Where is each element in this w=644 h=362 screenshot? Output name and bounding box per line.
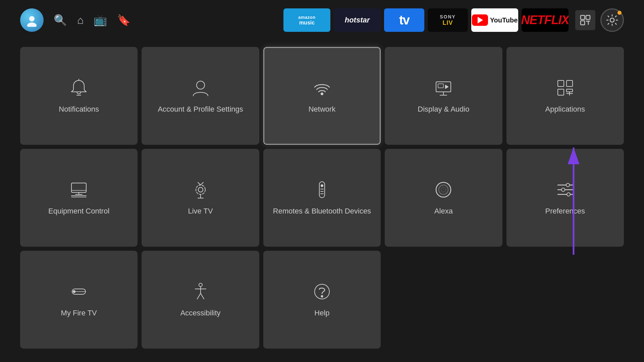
svg-rect-24 xyxy=(71,183,86,192)
bell-icon xyxy=(69,78,89,98)
applications-label: Applications xyxy=(545,105,585,114)
svg-rect-18 xyxy=(558,80,564,86)
monitor-speaker-icon xyxy=(433,78,453,98)
question-icon xyxy=(312,282,332,302)
user-avatar[interactable] xyxy=(20,8,44,32)
svg-point-51 xyxy=(199,283,202,287)
remotes-tile[interactable]: Remotes & Bluetooth Devices xyxy=(263,149,381,247)
svg-point-43 xyxy=(566,183,570,187)
preferences-tile[interactable]: Preferences xyxy=(506,149,624,247)
home-icon[interactable]: ⌂ xyxy=(77,14,84,26)
netflix-tile[interactable]: NETFLIX xyxy=(522,8,569,32)
svg-rect-2 xyxy=(581,15,585,19)
help-label: Help xyxy=(314,308,329,318)
bookmark-icon[interactable]: 🔖 xyxy=(117,14,130,26)
svg-point-11 xyxy=(321,93,323,95)
wifi-icon xyxy=(312,78,332,98)
main-content: Notifications Account & Profile Settings xyxy=(0,40,644,355)
monitor-desk-icon xyxy=(69,180,89,200)
tvplus-label: tv xyxy=(399,13,409,27)
nav-left: 🔍 ⌂ 📺 🔖 xyxy=(20,8,130,32)
svg-point-55 xyxy=(321,295,323,297)
svg-rect-20 xyxy=(558,89,564,95)
settings-grid-wrapper: Notifications Account & Profile Settings xyxy=(20,47,624,349)
notifications-label: Notifications xyxy=(59,105,99,114)
youtube-tile[interactable]: YouTube xyxy=(471,8,518,32)
accessibility-label: Accessibility xyxy=(180,308,221,318)
svg-rect-3 xyxy=(586,15,590,19)
svg-point-10 xyxy=(197,81,205,89)
help-tile[interactable]: Help xyxy=(263,251,381,349)
svg-point-31 xyxy=(198,187,203,192)
amazon-music-tile[interactable]: amazon music xyxy=(283,8,330,32)
account-label: Account & Profile Settings xyxy=(158,105,243,114)
svg-rect-16 xyxy=(438,84,443,88)
alexa-ring-icon xyxy=(433,180,453,200)
svg-point-47 xyxy=(567,193,570,196)
account-tile[interactable]: Account & Profile Settings xyxy=(142,47,259,145)
svg-rect-19 xyxy=(567,80,573,86)
svg-rect-6 xyxy=(588,21,589,25)
fire-stick-icon xyxy=(69,282,89,302)
remote-icon xyxy=(312,180,332,200)
remotes-label: Remotes & Bluetooth Devices xyxy=(273,206,371,216)
svg-point-39 xyxy=(436,182,451,197)
sony-tile[interactable]: SONY LIV xyxy=(428,8,468,32)
svg-point-7 xyxy=(610,18,614,22)
my-fire-tv-tile[interactable]: My Fire TV xyxy=(20,251,138,349)
netflix-label: NETFLIX xyxy=(522,13,569,27)
alexa-label: Alexa xyxy=(434,206,453,216)
sliders-icon xyxy=(555,180,575,200)
person-icon xyxy=(191,78,211,98)
apps-grid-icon xyxy=(555,78,575,98)
app-shortcuts: amazon music hotstar tv SONY LIV YouTub xyxy=(283,8,569,32)
display-audio-tile[interactable]: Display & Audio xyxy=(385,47,502,145)
svg-rect-4 xyxy=(581,21,585,25)
svg-point-1 xyxy=(27,22,37,27)
svg-rect-34 xyxy=(319,182,325,198)
empty-cell-1 xyxy=(385,251,502,349)
search-icon[interactable]: 🔍 xyxy=(54,14,67,26)
live-tv-tile[interactable]: Live TV xyxy=(142,149,259,247)
svg-point-35 xyxy=(321,185,323,187)
youtube-label: YouTube xyxy=(490,16,518,24)
antenna-icon xyxy=(191,180,211,200)
equipment-label: Equipment Control xyxy=(48,206,109,216)
display-audio-label: Display & Audio xyxy=(418,105,469,114)
svg-marker-17 xyxy=(445,85,448,88)
settings-button[interactable] xyxy=(600,8,624,32)
youtube-logo: YouTube xyxy=(472,14,518,26)
nav-right-icons xyxy=(575,8,624,32)
network-tile[interactable]: Network xyxy=(263,47,381,145)
network-label: Network xyxy=(309,105,336,114)
top-navigation: 🔍 ⌂ 📺 🔖 amazon music hotstar tv SONY LIV xyxy=(0,0,644,40)
svg-point-30 xyxy=(196,185,205,194)
alexa-tile[interactable]: Alexa xyxy=(385,149,502,247)
notifications-tile[interactable]: Notifications xyxy=(20,47,138,145)
tvplus-tile[interactable]: tv xyxy=(384,8,424,32)
svg-point-45 xyxy=(561,188,565,191)
settings-notification-dot xyxy=(618,11,622,15)
equipment-tile[interactable]: Equipment Control xyxy=(20,149,138,247)
my-fire-tv-label: My Fire TV xyxy=(61,308,97,318)
accessibility-tile[interactable]: Accessibility xyxy=(142,251,259,349)
svg-point-0 xyxy=(29,16,35,21)
tv-icon[interactable]: 📺 xyxy=(94,14,107,26)
svg-point-41 xyxy=(441,187,446,192)
live-tv-label: Live TV xyxy=(188,206,213,216)
hotstar-tile[interactable]: hotstar xyxy=(334,8,381,32)
empty-cell-2 xyxy=(506,251,624,349)
hotstar-label: hotstar xyxy=(345,16,370,24)
accessibility-icon xyxy=(191,282,211,302)
svg-rect-21 xyxy=(567,89,573,92)
settings-grid: Notifications Account & Profile Settings xyxy=(20,47,624,349)
app-grid-icon[interactable] xyxy=(575,10,595,30)
applications-tile[interactable]: Applications xyxy=(506,47,624,145)
preferences-label: Preferences xyxy=(545,206,585,216)
svg-point-40 xyxy=(439,185,448,194)
